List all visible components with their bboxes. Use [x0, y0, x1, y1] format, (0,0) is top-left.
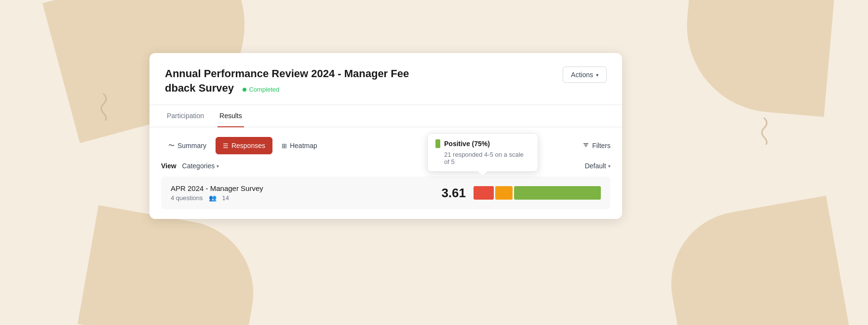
rating-bar — [474, 186, 601, 200]
people-icon: 👥 — [209, 194, 217, 202]
sub-tabs-row: 〜 Summary ☰ Responses ⊞ Heatmap — [161, 137, 610, 154]
sub-tab-responses[interactable]: ☰ Responses — [216, 137, 272, 154]
sub-tab-heatmap[interactable]: ⊞ Heatmap — [274, 137, 325, 154]
score-value: 3.61 — [441, 186, 466, 201]
categories-label: Categories — [182, 162, 215, 170]
list-icon: ☰ — [223, 142, 229, 149]
responses-label: Responses — [231, 142, 265, 149]
tooltip-header: Positive (75%) — [435, 139, 530, 148]
bar-positive — [514, 186, 601, 200]
filters-label: Filters — [592, 142, 610, 149]
title-line-1: Annual Performance Review 2024 - Manager… — [165, 68, 409, 80]
view-row: View Categories ▾ Default ▾ — [161, 162, 610, 170]
view-label: View — [161, 162, 176, 170]
view-dropdown[interactable]: View Categories ▾ — [161, 162, 219, 170]
survey-name: APR 2024 - Manager Survey — [171, 184, 263, 192]
people-count: 14 — [222, 194, 229, 202]
filter-icon — [583, 142, 589, 150]
survey-title: Annual Performance Review 2024 - Manager… — [165, 67, 409, 95]
actions-label: Actions — [571, 71, 593, 79]
chevron-down-icon: ▾ — [596, 72, 598, 78]
survey-meta: 4 questions 👥 14 — [171, 194, 263, 202]
sub-tabs-left: 〜 Summary ☰ Responses ⊞ Heatmap — [161, 137, 325, 154]
header-left: Annual Performance Review 2024 - Manager… — [165, 67, 409, 95]
title-line-2: dback Survey — [165, 82, 234, 94]
main-card: Annual Performance Review 2024 - Manager… — [149, 53, 622, 219]
survey-row: Positive (75%) 21 responded 4-5 on a sca… — [161, 176, 610, 209]
squiggle-right — [755, 116, 774, 149]
bar-negative — [474, 186, 494, 200]
status-text: Completed — [249, 85, 279, 94]
tooltip: Positive (75%) 21 responded 4-5 on a sca… — [427, 133, 538, 172]
chevron-down-icon: ▾ — [608, 163, 610, 169]
sub-tab-summary[interactable]: 〜 Summary — [161, 137, 214, 154]
chart-icon: 〜 — [168, 141, 175, 150]
default-label: Default — [585, 162, 606, 170]
bg-decoration-3 — [680, 0, 835, 117]
heatmap-label: Heatmap — [290, 142, 317, 149]
filters-button[interactable]: Filters — [583, 140, 610, 152]
squiggle-left — [94, 92, 113, 124]
survey-info: APR 2024 - Manager Survey 4 questions 👥 … — [171, 184, 263, 202]
bg-decoration-2 — [78, 205, 265, 325]
questions-count: 4 questions — [171, 194, 203, 202]
bg-decoration-4 — [660, 196, 849, 325]
actions-button[interactable]: Actions ▾ — [563, 67, 607, 83]
grid-icon: ⊞ — [282, 142, 287, 149]
tab-results[interactable]: Results — [217, 105, 244, 127]
summary-label: Summary — [177, 142, 206, 149]
card-content: 〜 Summary ☰ Responses ⊞ Heatmap — [149, 127, 622, 219]
tooltip-description: 21 responded 4-5 on a scale of 5 — [435, 151, 530, 165]
chevron-down-icon: ▾ — [217, 163, 219, 169]
tooltip-title: Positive (75%) — [444, 140, 490, 148]
tab-participation[interactable]: Participation — [165, 105, 206, 127]
default-dropdown[interactable]: Default ▾ — [585, 162, 610, 170]
score-section: 3.61 — [441, 186, 601, 201]
status-badge: Completed — [243, 85, 279, 94]
status-dot — [243, 88, 246, 92]
tooltip-color-bar — [435, 139, 440, 148]
tabs-bar: Participation Results — [149, 105, 622, 127]
bar-neutral — [495, 186, 513, 200]
card-header: Annual Performance Review 2024 - Manager… — [149, 53, 622, 105]
